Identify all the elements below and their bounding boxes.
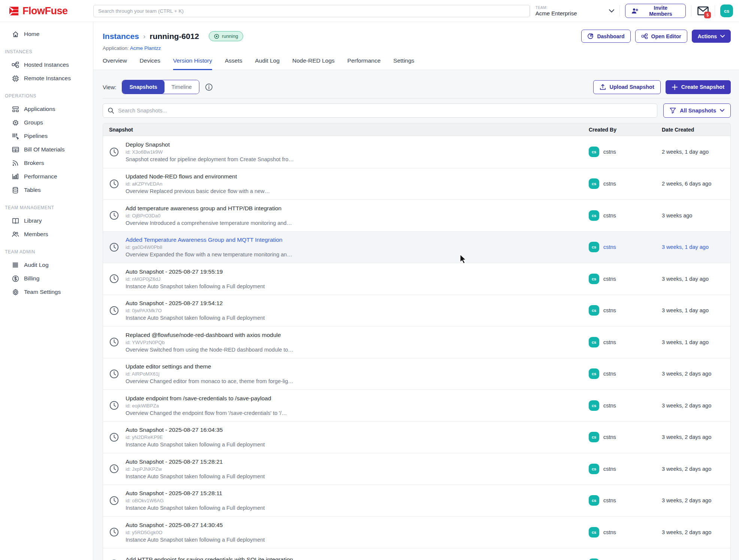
- library-icon: [12, 217, 19, 225]
- tab-node-red-logs[interactable]: Node-RED Logs: [292, 57, 335, 70]
- snapshot-table-body: Deploy Snapshot id: X3o6Bw1k9W Snapshot …: [103, 136, 730, 560]
- table-row[interactable]: Add temperature awareness group and HTTP…: [103, 199, 730, 231]
- flowfuse-logo-icon: [8, 5, 19, 16]
- clock-icon: [109, 527, 119, 537]
- sidebar-item-billing[interactable]: Billing: [0, 272, 93, 285]
- upload-snapshot-button[interactable]: Upload Snapshot: [593, 80, 661, 94]
- table-row[interactable]: Deploy Snapshot id: X3o6Bw1k9W Snapshot …: [103, 136, 730, 168]
- clock-icon: [109, 305, 119, 316]
- snapshot-title[interactable]: Auto Snapshot - 2025-08-27 19:54:12: [126, 300, 265, 307]
- snapshot-title[interactable]: Auto Snapshot - 2025-08-27 19:55:19: [126, 268, 265, 275]
- open-editor-button[interactable]: Open Editor: [635, 30, 687, 43]
- notifications-button[interactable]: 5: [697, 4, 709, 18]
- created-by-cell: cs cstns: [589, 464, 662, 474]
- tab-audit-log[interactable]: Audit Log: [255, 57, 280, 70]
- snapshot-description: Overview Expanded the flow with a new te…: [126, 252, 292, 258]
- table-row[interactable]: Auto Snapshot - 2025-08-27 15:28:11 id: …: [103, 485, 730, 517]
- snapshot-title[interactable]: Updated Node-RED flows and environment: [126, 173, 270, 180]
- snapshot-title[interactable]: Update editor settings and theme: [126, 363, 293, 370]
- snapshot-title[interactable]: Auto Snapshot - 2025-08-27 16:04:35: [126, 427, 265, 433]
- snapshot-title[interactable]: Added Temperature Awareness Group and MQ…: [126, 237, 292, 243]
- table-row[interactable]: Auto Snapshot - 2025-08-27 16:04:35 id: …: [103, 421, 730, 453]
- toggle-timeline[interactable]: Timeline: [165, 80, 199, 94]
- sidebar-item-team-settings[interactable]: Team Settings: [0, 285, 93, 299]
- snapshot-id: id: YWVPzN0PQb: [126, 340, 293, 345]
- sidebar-item-label: Brokers: [24, 160, 44, 166]
- sidebar-item-members[interactable]: Members: [0, 228, 93, 241]
- snapshot-title[interactable]: Update endpoint from /save-credentials t…: [126, 395, 287, 402]
- table-row[interactable]: Auto Snapshot - 2025-08-27 19:54:12 id: …: [103, 295, 730, 326]
- snapshot-id: id: nMGP0jZ6dJ: [126, 276, 265, 282]
- toggle-snapshots[interactable]: Snapshots: [122, 80, 164, 94]
- snapshot-id: id: yN2DReKP9E: [126, 434, 265, 440]
- breadcrumb: Instances › running-6012 running Dashboa…: [103, 30, 731, 43]
- snapshot-title[interactable]: Deploy Snapshot: [126, 141, 294, 148]
- sidebar-item-library[interactable]: Library: [0, 214, 93, 228]
- snapshot-description: Overview Introduced a comprehensive temp…: [126, 220, 292, 226]
- dashboard-button[interactable]: Dashboard: [581, 30, 630, 43]
- table-row[interactable]: Add HTTP endpoint for saving credentials…: [103, 548, 730, 560]
- snapshot-title[interactable]: Replaced @flowfuse/node-red-dashboard wi…: [126, 332, 293, 338]
- snapshot-id: id: X3o6Bw1k9W: [126, 149, 294, 155]
- table-row[interactable]: Auto Snapshot - 2025-08-27 15:28:21 id: …: [103, 453, 730, 485]
- table-row[interactable]: Update endpoint from /save-credentials t…: [103, 389, 730, 421]
- breadcrumb-instances-link[interactable]: Instances: [103, 32, 139, 41]
- clock-icon: [109, 400, 119, 410]
- status-badge-label: running: [222, 33, 238, 39]
- snapshot-title[interactable]: Add temperature awareness group and HTTP…: [126, 205, 292, 212]
- table-row[interactable]: Updated Node-RED flows and environment i…: [103, 168, 730, 200]
- tab-assets[interactable]: Assets: [225, 57, 242, 70]
- invite-members-button[interactable]: Invite Members: [625, 4, 686, 18]
- actions-button[interactable]: Actions: [692, 30, 731, 43]
- team-selector[interactable]: TEAM: Acme Enterprise: [536, 6, 615, 16]
- snapshot-title[interactable]: Add HTTP endpoint for saving credentials…: [126, 556, 293, 560]
- hosted-instances-icon: [12, 61, 19, 69]
- sidebar-item-home[interactable]: Home: [0, 27, 93, 41]
- sidebar-item-brokers[interactable]: Brokers: [0, 156, 93, 170]
- sidebar-item-tables[interactable]: Tables: [0, 183, 93, 197]
- flowfuse-logo[interactable]: FlowFuse: [0, 5, 93, 17]
- snapshot-title[interactable]: Auto Snapshot - 2025-08-27 15:28:21: [126, 458, 265, 465]
- team-search-input[interactable]: [93, 5, 530, 17]
- snapshot-search-input[interactable]: [118, 108, 652, 114]
- snapshot-title[interactable]: Auto Snapshot - 2025-08-27 15:28:11: [126, 490, 265, 497]
- sidebar-item-audit-log[interactable]: Audit Log: [0, 258, 93, 272]
- tab-settings[interactable]: Settings: [393, 57, 414, 70]
- author-name: cstns: [603, 434, 616, 440]
- tab-performance[interactable]: Performance: [347, 57, 381, 70]
- author-avatar: cs: [589, 147, 599, 157]
- table-row[interactable]: Added Temperature Awareness Group and MQ…: [103, 231, 730, 263]
- sidebar-item-hosted-instances[interactable]: Hosted Instances: [0, 58, 93, 72]
- sidebar-item-remote-instances[interactable]: Remote Instances: [0, 72, 93, 85]
- date-created-cell: 2 weeks, 1 day ago: [662, 149, 730, 155]
- table-row[interactable]: Auto Snapshot - 2025-08-27 19:55:19 id: …: [103, 263, 730, 295]
- sidebar-item-applications[interactable]: Applications: [0, 102, 93, 116]
- sidebar-item-performance[interactable]: Performance: [0, 170, 93, 183]
- snapshot-table: Snapshot Created By Date Created Deploy …: [103, 123, 731, 560]
- table-row[interactable]: Auto Snapshot - 2025-08-27 14:30:45 id: …: [103, 516, 730, 548]
- created-by-cell: cs cstns: [589, 400, 662, 411]
- info-icon[interactable]: [205, 83, 213, 91]
- snapshot-description: Instance Auto Snapshot taken following a…: [126, 442, 265, 448]
- table-row[interactable]: Replaced @flowfuse/node-red-dashboard wi…: [103, 326, 730, 358]
- clock-icon: [109, 337, 119, 347]
- view-toggle: Snapshots Timeline: [122, 80, 199, 94]
- application-link[interactable]: Acme Plantzz: [130, 45, 161, 51]
- date-created-cell: 3 weeks, 2 days ago: [662, 529, 730, 535]
- date-created-cell: 3 weeks, 1 day ago: [662, 339, 730, 345]
- all-snapshots-dropdown[interactable]: All Snapshots: [663, 103, 731, 118]
- notification-count-badge: 5: [704, 12, 711, 18]
- user-avatar[interactable]: cs: [720, 4, 733, 17]
- snapshot-id: id: aKZPYvEDAn: [126, 181, 270, 187]
- snapshot-title[interactable]: Auto Snapshot - 2025-08-27 14:30:45: [126, 522, 265, 529]
- upload-icon: [600, 84, 606, 90]
- tab-version-history[interactable]: Version History: [173, 57, 212, 70]
- tab-devices[interactable]: Devices: [140, 57, 160, 70]
- table-row[interactable]: Update editor settings and theme id: AlR…: [103, 358, 730, 390]
- sidebar-item-bill-of-materials[interactable]: Bill Of Materials: [0, 143, 93, 156]
- tab-overview[interactable]: Overview: [103, 57, 127, 70]
- sidebar-item-groups[interactable]: Groups: [0, 116, 93, 129]
- create-snapshot-button[interactable]: Create Snapshot: [666, 80, 731, 94]
- author-avatar: cs: [589, 400, 599, 411]
- sidebar-item-pipelines[interactable]: Pipelines: [0, 129, 93, 143]
